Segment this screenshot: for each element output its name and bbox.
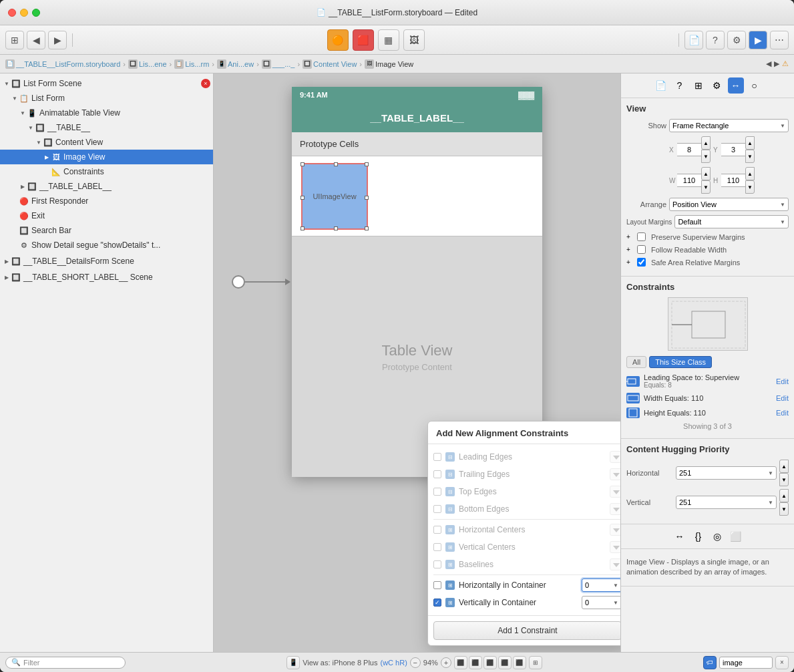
sidebar-item-listform-scene[interactable]: 🔲 List Form Scene ×	[0, 76, 213, 91]
select-top-edges[interactable]	[610, 486, 620, 498]
prev-breadcrumb[interactable]: ◀	[766, 59, 771, 68]
horizontal-priority-select[interactable]: 251 ▼	[676, 466, 777, 480]
insp-icon-file[interactable]: 📄	[653, 77, 669, 94]
back-button[interactable]: ◀	[27, 31, 45, 49]
minimize-button[interactable]	[20, 9, 28, 17]
arrange-select[interactable]: Position View ▼	[669, 198, 789, 211]
sidebar-item-first-responder[interactable]: 🔴 First Responder	[0, 194, 213, 208]
sidebar-item-exit[interactable]: 🔴 Exit	[0, 208, 213, 223]
insp-icon-connections[interactable]: ○	[747, 77, 763, 94]
checkbox-leading-edges[interactable]	[433, 453, 441, 461]
tab-this-size-class[interactable]: This Size Class	[649, 356, 712, 368]
zoom-window-button[interactable]	[32, 9, 40, 17]
checkbox-baselines[interactable]	[433, 560, 441, 568]
vert-priority-up[interactable]: ▲	[779, 489, 789, 502]
sidebar-item-image-view[interactable]: 🖼 Image View	[0, 150, 213, 164]
select-baselines[interactable]	[610, 558, 620, 570]
sidebar-item-short-label-scene[interactable]: 🔲 __TABLE_SHORT_LABEL__ Scene	[0, 270, 213, 285]
height-edit-button[interactable]: Edit	[776, 409, 789, 417]
layout-icon-2[interactable]: ⬛	[469, 656, 482, 669]
layout-icon-1[interactable]: ⬛	[454, 656, 467, 669]
select-horizontally[interactable]: 0 ▼	[582, 578, 620, 592]
zoom-out-btn[interactable]: −	[410, 657, 421, 668]
new-file-button[interactable]: 📄	[684, 31, 703, 49]
vert-priority-down[interactable]: ▼	[779, 502, 789, 516]
breadcrumb-table[interactable]: 🔲 ___..._	[262, 59, 295, 69]
forward-button[interactable]: ▶	[48, 31, 67, 49]
checkbox-vertically[interactable]: ✓	[433, 599, 441, 607]
sidebar-item-details-scene[interactable]: 🔲 __TABLE__DetailsForm Scene	[0, 254, 213, 269]
insp-icon-braces[interactable]: {}	[690, 528, 707, 544]
y-stepper-up[interactable]: ▲	[745, 136, 755, 150]
tag-icon[interactable]: 🏷	[703, 656, 717, 669]
tab-all[interactable]: All	[626, 356, 646, 368]
sidebar-item-table[interactable]: 🔲 __TABLE__	[0, 120, 213, 135]
layout-margins-select[interactable]: Default ▼	[674, 215, 789, 228]
view-as-icon[interactable]: 📱	[286, 656, 300, 669]
y-value[interactable]: 3	[721, 143, 745, 156]
w-stepper-down[interactable]: ▼	[701, 180, 711, 194]
h-stepper-up[interactable]: ▲	[745, 167, 755, 180]
photo-icon-btn[interactable]: 🖼	[403, 29, 425, 51]
horiz-priority-up[interactable]: ▲	[779, 460, 789, 473]
checkbox-follow-readable[interactable]	[637, 245, 646, 254]
breadcrumb-content-view[interactable]: 🔲 Content View	[303, 59, 357, 69]
uiimage-view[interactable]: UIImageView	[301, 163, 368, 230]
checkbox-vertical-centers[interactable]	[433, 543, 441, 551]
clear-tag-btn[interactable]: ×	[775, 656, 789, 669]
h-stepper-down[interactable]: ▼	[745, 180, 755, 194]
checkbox-bottom-edges[interactable]	[433, 505, 441, 513]
layout-icon-3[interactable]: ⬛	[483, 656, 497, 669]
show-select[interactable]: Frame Rectangle ▼	[669, 119, 789, 132]
insp-icon-attributes[interactable]: ⚙	[709, 77, 725, 94]
sidebar-item-constraints[interactable]: 📐 Constraints	[0, 164, 213, 179]
run-button[interactable]: ▶	[749, 31, 767, 49]
grid-layout-btn[interactable]: ⊞	[529, 656, 542, 669]
tag-field[interactable]	[719, 657, 773, 669]
sidebar-item-animatable[interactable]: 📱 Animatable Table View	[0, 106, 213, 120]
insp-icon-quick-help[interactable]: ?	[672, 77, 688, 94]
layout-icon-4[interactable]: ⬛	[498, 656, 512, 669]
sidebar-item-content-view[interactable]: 🔲 Content View	[0, 135, 213, 150]
select-vertically[interactable]: 0 ▼	[582, 596, 620, 609]
warning-icon[interactable]: ⚠	[782, 59, 789, 68]
vertical-priority-select[interactable]: 251 ▼	[676, 496, 777, 509]
x-stepper-down[interactable]: ▼	[701, 150, 711, 163]
add-constraint-button[interactable]: Add 1 Constraint	[433, 621, 620, 640]
zoom-in-btn[interactable]: +	[441, 657, 451, 668]
help-button[interactable]: ?	[706, 31, 725, 49]
insp-icon-size[interactable]: ↔	[728, 77, 744, 94]
x-value[interactable]: 8	[677, 143, 701, 156]
height-value[interactable]: 110	[721, 174, 745, 187]
checkbox-trailing-edges[interactable]	[433, 470, 441, 478]
inspector-toggle[interactable]: ⚙	[727, 31, 746, 49]
breadcrumb-image-view[interactable]: 🖼 Image View	[365, 59, 413, 69]
filter-input[interactable]: 🔍 Filter	[5, 657, 126, 669]
checkbox-safe-area[interactable]	[637, 258, 646, 267]
w-stepper-up[interactable]: ▲	[701, 167, 711, 180]
checkbox-preserve-superview[interactable]	[637, 232, 646, 241]
breadcrumb-storyboard[interactable]: 📄 __TABLE__ListForm.storyboard	[5, 59, 120, 69]
leading-edit-button[interactable]: Edit	[776, 377, 789, 385]
x-stepper-up[interactable]: ▲	[701, 136, 711, 150]
layout-icon-5[interactable]: ⬛	[513, 656, 526, 669]
breadcrumb-form[interactable]: 📋 Lis...rm	[174, 59, 209, 69]
sidebar-item-search-bar[interactable]: 🔲 Search Bar	[0, 223, 213, 238]
rect-icon-btn[interactable]: 🟥	[353, 29, 374, 51]
sphere-icon-btn[interactable]: 🟠	[327, 29, 349, 51]
select-bottom-edges[interactable]	[610, 503, 620, 515]
select-horizontal-centers[interactable]	[610, 524, 620, 536]
select-trailing-edges[interactable]	[610, 468, 620, 480]
select-leading-edges[interactable]	[610, 451, 620, 463]
sidebar-item-segue[interactable]: ⚙ Show Detail segue "showDetails" t...	[0, 238, 213, 253]
grid-button[interactable]: ⊞	[5, 31, 24, 49]
checkbox-horizontal-centers[interactable]	[433, 526, 441, 534]
sidebar-item-listform[interactable]: 📋 List Form	[0, 91, 213, 106]
breadcrumb-scene[interactable]: 🔲 Lis...ene	[128, 59, 167, 69]
close-button[interactable]	[8, 9, 16, 17]
y-stepper-down[interactable]: ▼	[745, 150, 755, 163]
width-edit-button[interactable]: Edit	[776, 394, 789, 402]
checkbox-horizontally[interactable]	[433, 581, 441, 589]
more-button[interactable]: ⋯	[770, 31, 789, 49]
breadcrumb-animated[interactable]: 📱 Ani...ew	[217, 59, 254, 69]
